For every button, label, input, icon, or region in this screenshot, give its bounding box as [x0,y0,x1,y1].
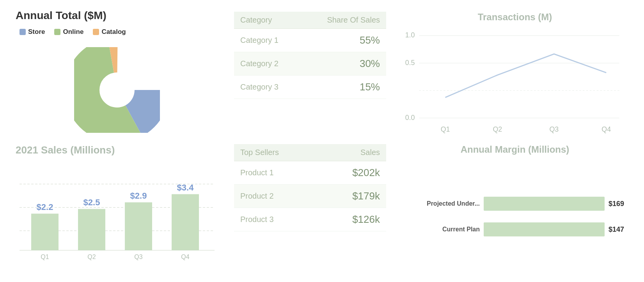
product-2-value: $179k [319,185,386,208]
margin-projected-label: Projected Under... [402,200,480,207]
legend-catalog-label: Catalog [101,28,126,36]
product-2-name: Product 2 [234,185,319,208]
category-col-header: Category [234,12,300,29]
sales-col-header: Sales [319,144,386,161]
margin-projected-value: $169 [609,200,628,208]
margin-row-current: Current Plan $147 [402,222,628,236]
category-2-value: 30% [300,52,386,76]
pie-legend: Store Online Catalog [20,28,126,36]
pie-title: Annual Total ($M) [16,9,106,22]
panel-margin: Annual Margin (Millions) Projected Under… [394,140,644,282]
svg-text:0.0: 0.0 [405,113,415,122]
transactions-title: Transactions (M) [402,12,628,23]
margin-current-label: Current Plan [402,226,480,233]
panel-annual-total: Annual Total ($M) Store Online Catalog [0,0,226,140]
category-1-name: Category 1 [234,29,300,52]
category-2-name: Category 2 [234,52,300,76]
sales-chart: $2.2 Q1 $2.5 Q2 $2.9 Q3 $3.4 Q4 [16,160,218,270]
legend-catalog-dot [93,29,99,35]
transactions-line [445,54,607,98]
category-table-header: Category Share Of Sales [234,12,386,29]
legend-catalog: Catalog [93,28,126,36]
margin-current-value: $147 [609,226,628,234]
table-row: Product 3 $126k [234,208,386,231]
pie-chart [16,44,218,136]
panel-category: Category Share Of Sales Category 1 55% C… [226,0,394,140]
table-row: Category 1 55% [234,29,386,52]
table-row: Category 3 15% [234,76,386,99]
svg-text:Q3: Q3 [549,125,559,134]
product-1-value: $202k [319,161,386,185]
svg-text:$2.2: $2.2 [37,202,53,212]
category-3-name: Category 3 [234,76,300,99]
share-col-header: Share Of Sales [300,12,386,29]
legend-online-dot [54,29,60,35]
topsellers-header: Top Sellers Sales [234,144,386,161]
margin-row-projected: Projected Under... $169 [402,197,628,211]
panel-sales: 2021 Sales (Millions) $2.2 Q1 $2.5 Q2 $2… [0,140,226,282]
topsellers-table: Top Sellers Sales Product 1 $202k Produc… [234,144,386,231]
legend-store-dot [20,29,26,35]
panel-topsellers: Top Sellers Sales Product 1 $202k Produc… [226,140,394,282]
sales-svg: $2.2 Q1 $2.5 Q2 $2.9 Q3 $3.4 Q4 [16,160,218,270]
svg-text:Q4: Q4 [601,125,611,134]
margin-projected-bar [484,197,605,211]
bar-q4 [172,194,199,250]
category-3-value: 15% [300,76,386,99]
panel-transactions: Transactions (M) 1.0 0.5 0.0 Q1 Q2 Q3 Q4 [394,0,644,140]
topsellers-col-header: Top Sellers [234,144,319,161]
table-row: Product 1 $202k [234,161,386,185]
table-row: Category 2 30% [234,52,386,76]
bar-q1 [31,214,59,250]
bar-q2 [78,209,105,250]
pie-svg [74,47,160,133]
svg-text:Q1: Q1 [41,254,49,260]
svg-text:Q4: Q4 [181,254,189,260]
product-3-value: $126k [319,208,386,231]
product-1-name: Product 1 [234,161,319,185]
table-row: Product 2 $179k [234,185,386,208]
svg-text:Q1: Q1 [441,125,450,134]
category-1-value: 55% [300,29,386,52]
svg-text:Q2: Q2 [493,125,502,134]
product-3-name: Product 3 [234,208,319,231]
legend-online-label: Online [63,28,83,36]
category-table: Category Share Of Sales Category 1 55% C… [234,12,386,99]
bar-q3 [125,203,152,250]
svg-text:$2.5: $2.5 [83,197,100,207]
transactions-svg: 1.0 0.5 0.0 Q1 Q2 Q3 Q4 [402,26,628,136]
margin-chart: Projected Under... $169 Current Plan $14… [402,163,628,270]
margin-title: Annual Margin (Millions) [402,144,628,155]
margin-current-bar [484,222,605,236]
legend-online: Online [54,28,83,36]
svg-text:1.0: 1.0 [405,31,415,39]
svg-text:$2.9: $2.9 [130,191,147,201]
svg-text:0.5: 0.5 [405,58,415,67]
svg-text:$3.4: $3.4 [177,183,194,192]
legend-store: Store [20,28,45,36]
legend-store-label: Store [28,28,45,36]
transactions-chart: 1.0 0.5 0.0 Q1 Q2 Q3 Q4 [402,26,628,136]
svg-text:Q2: Q2 [87,254,96,260]
svg-text:Q3: Q3 [134,254,142,260]
sales-title: 2021 Sales (Millions) [16,144,218,156]
